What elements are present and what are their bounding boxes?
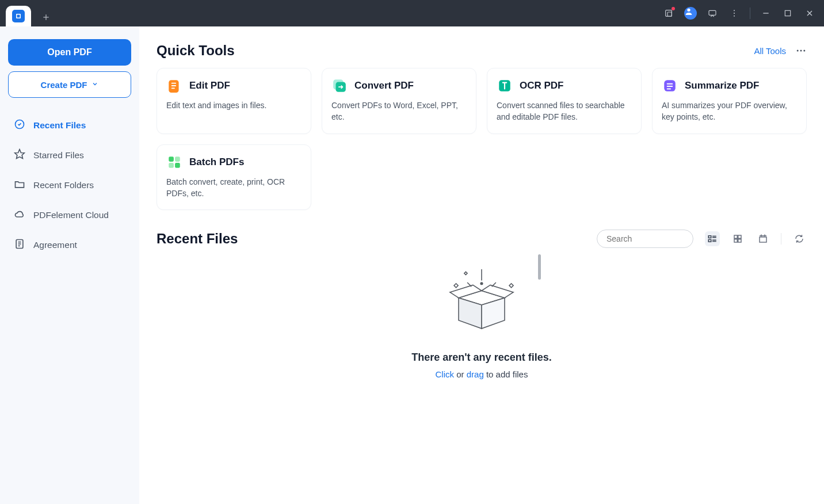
- empty-drag-link[interactable]: drag: [467, 369, 484, 379]
- document-icon: [14, 238, 25, 252]
- all-tools-link[interactable]: All Tools: [754, 46, 786, 56]
- empty-suffix-text: to add files: [484, 369, 528, 379]
- tool-card-edit-pdf[interactable]: Edit PDF Edit text and images in files.: [157, 68, 311, 134]
- cloud-icon: [14, 208, 25, 222]
- open-pdf-label: Open PDF: [47, 47, 91, 58]
- star-icon: [14, 148, 25, 162]
- batch-pdfs-icon: [166, 154, 182, 170]
- tool-desc: Batch convert, create, print, OCR PDFs, …: [166, 176, 302, 200]
- refresh-button[interactable]: [792, 231, 807, 246]
- open-pdf-button[interactable]: Open PDF: [8, 39, 131, 66]
- app-body: Open PDF Create PDF Recent Files Starred…: [0, 26, 824, 504]
- titlebar-divider: [750, 7, 750, 19]
- quick-tools-heading: Quick Tools: [157, 43, 235, 59]
- svg-rect-35: [708, 236, 711, 238]
- svg-rect-24: [169, 80, 178, 93]
- tool-card-ocr-pdf[interactable]: OCR PDF Convert scanned files to searcha…: [487, 68, 642, 134]
- svg-point-9: [734, 13, 735, 14]
- svg-rect-41: [734, 235, 737, 238]
- svg-point-10: [734, 16, 735, 17]
- quick-tools-grid: Edit PDF Edit text and images in files. …: [157, 68, 807, 210]
- avatar-icon: [684, 7, 697, 20]
- svg-point-23: [803, 50, 805, 52]
- svg-rect-43: [734, 239, 737, 242]
- tool-card-summarize-pdf[interactable]: Summarize PDF AI summarizes your PDF ove…: [652, 68, 807, 134]
- tool-card-convert-pdf[interactable]: Convert PDF Convert PDFs to Word, Excel,…: [322, 68, 476, 134]
- tool-desc: Edit text and images in files.: [166, 100, 302, 111]
- account-button[interactable]: [681, 3, 700, 23]
- minimize-button[interactable]: [756, 3, 776, 23]
- svg-rect-32: [175, 163, 180, 168]
- svg-point-55: [480, 282, 483, 285]
- maximize-button[interactable]: [778, 3, 798, 23]
- svg-point-6: [687, 9, 690, 12]
- tool-title: Edit PDF: [189, 80, 230, 91]
- svg-rect-7: [709, 10, 716, 15]
- empty-state-title: There aren't any recent files.: [411, 352, 551, 364]
- more-menu-icon[interactable]: [795, 45, 807, 56]
- sidebar-item-recent-folders[interactable]: Recent Folders: [8, 171, 131, 199]
- tab-strip: [0, 0, 55, 26]
- quick-tools-header: Quick Tools All Tools: [157, 43, 807, 59]
- recent-files-header: Recent Files: [157, 230, 807, 248]
- tool-desc: Convert PDFs to Word, Excel, PPT, etc.: [331, 100, 467, 123]
- svg-marker-16: [15, 150, 25, 159]
- svg-rect-42: [738, 235, 741, 238]
- sidebar-nav: Recent Files Starred Files Recent Folder…: [8, 112, 131, 259]
- svg-rect-28: [664, 80, 676, 91]
- svg-rect-44: [738, 239, 741, 242]
- create-pdf-label: Create PDF: [41, 80, 87, 90]
- list-view-button[interactable]: [705, 231, 720, 246]
- view-toggle-group: [705, 231, 807, 246]
- clock-check-icon: [14, 119, 25, 132]
- search-input[interactable]: [606, 234, 707, 243]
- empty-or-text: or: [454, 369, 467, 379]
- svg-rect-1: [17, 15, 20, 18]
- scroll-indicator[interactable]: [538, 254, 541, 280]
- notification-icon[interactable]: [659, 3, 678, 23]
- recent-files-empty-state: There aren't any recent files. Click or …: [157, 264, 807, 379]
- sidebar-item-label: Agreement: [33, 240, 77, 250]
- home-tab[interactable]: [6, 6, 31, 26]
- tool-desc: AI summarizes your PDF overview, key poi…: [662, 100, 797, 123]
- svg-rect-31: [169, 163, 174, 168]
- sidebar-item-starred-files[interactable]: Starred Files: [8, 142, 131, 169]
- feedback-icon[interactable]: [703, 3, 722, 23]
- svg-rect-5: [667, 12, 672, 16]
- sidebar-item-label: Recent Files: [33, 120, 86, 131]
- sidebar-item-agreement[interactable]: Agreement: [8, 231, 131, 259]
- search-box[interactable]: [597, 230, 693, 248]
- app-logo-icon: [12, 10, 25, 22]
- grid-view-button[interactable]: [730, 231, 745, 246]
- svg-rect-38: [708, 240, 711, 242]
- new-tab-button[interactable]: [37, 8, 55, 26]
- sidebar-item-label: PDFelement Cloud: [33, 210, 109, 220]
- tool-title: Batch PDFs: [189, 156, 244, 168]
- empty-click-link[interactable]: Click: [436, 369, 455, 379]
- edit-pdf-icon: [166, 78, 182, 94]
- kebab-menu-icon[interactable]: [724, 3, 744, 23]
- svg-rect-30: [175, 156, 180, 162]
- tool-card-batch-pdfs[interactable]: Batch PDFs Batch convert, create, print,…: [157, 144, 311, 211]
- svg-rect-12: [785, 10, 790, 16]
- main-content: Quick Tools All Tools Edit PDF Edit text…: [139, 26, 824, 504]
- tool-title: Convert PDF: [354, 80, 414, 91]
- svg-point-21: [797, 50, 799, 52]
- svg-rect-29: [169, 156, 174, 162]
- chevron-down-icon: [91, 81, 98, 89]
- svg-point-22: [800, 50, 802, 52]
- create-pdf-button[interactable]: Create PDF: [8, 71, 131, 98]
- titlebar: [0, 0, 824, 26]
- tool-desc: Convert scanned files to searchable and …: [497, 100, 632, 123]
- recent-files-heading: Recent Files: [157, 231, 597, 247]
- ocr-pdf-icon: [497, 78, 513, 94]
- close-button[interactable]: [800, 3, 819, 23]
- tool-title: Summarize PDF: [685, 80, 759, 91]
- sidebar-item-pdfelement-cloud[interactable]: PDFelement Cloud: [8, 201, 131, 229]
- view-divider: [781, 233, 781, 245]
- sidebar-item-recent-files[interactable]: Recent Files: [8, 112, 131, 139]
- timeline-view-button[interactable]: [756, 231, 770, 246]
- summarize-pdf-icon: [662, 78, 678, 94]
- titlebar-actions: [659, 3, 824, 23]
- svg-point-8: [734, 10, 735, 11]
